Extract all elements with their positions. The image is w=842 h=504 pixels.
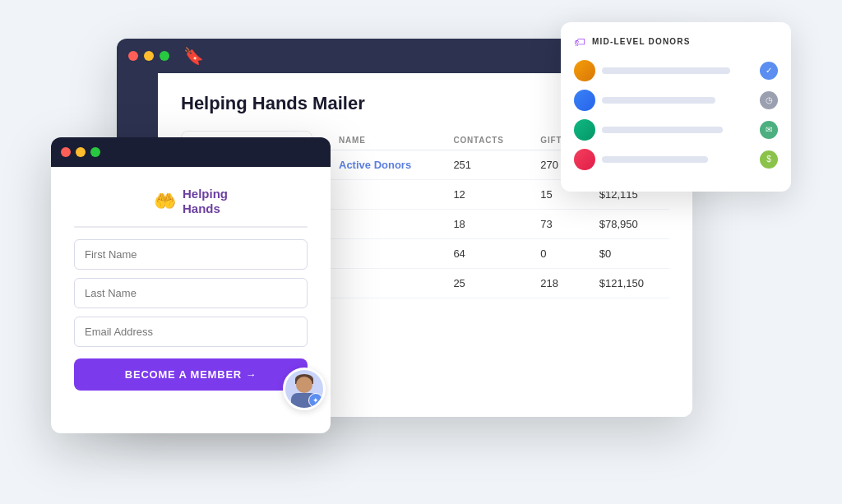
donor-line-wrap: [602, 156, 753, 163]
row-name[interactable]: Active Donors: [329, 150, 443, 179]
avatar-head: [296, 377, 312, 393]
floating-card: 🏷 MID-LEVEL DONORS ✓ ◷ ✉: [561, 22, 791, 192]
donor-line: [602, 127, 723, 133]
row-contacts: 18: [443, 209, 530, 238]
row-name: [329, 179, 443, 209]
donor-badge: $: [760, 150, 778, 169]
app-logo-icon: 🔖: [183, 46, 204, 66]
donor-line: [602, 156, 708, 163]
logo-line2: Hands: [183, 201, 228, 216]
tag-icon: 🏷: [574, 35, 585, 49]
avatar: ✦: [283, 368, 326, 410]
row-contacts: 64: [443, 238, 530, 268]
donor-badge: ✓: [760, 62, 778, 80]
table-row: 18 73 $78,950: [329, 209, 669, 238]
logo-line1: Helping: [183, 187, 228, 201]
donor-badge: ✉: [760, 121, 778, 139]
form-logo: 🤲 Helping Hands: [154, 187, 228, 216]
form-divider: [74, 226, 308, 228]
donor-avatar: [574, 60, 595, 81]
card-header: 🏷 MID-LEVEL DONORS: [574, 35, 778, 49]
donor-avatar: [574, 119, 595, 141]
donor-row: ✓: [574, 60, 778, 81]
donor-line-wrap: [602, 97, 753, 104]
row-giving: $0: [590, 238, 669, 268]
row-name: [329, 209, 443, 238]
donor-line-wrap: [602, 127, 753, 133]
row-giving: $121,150: [590, 268, 669, 298]
row-contacts: 25: [443, 268, 530, 298]
donor-badge: ◷: [760, 91, 778, 109]
tl-green[interactable]: [160, 51, 169, 61]
email-field[interactable]: [74, 317, 308, 347]
row-name: [329, 268, 443, 298]
table-row: 25 218 $121,150: [329, 268, 669, 298]
donor-line-wrap: [602, 67, 753, 74]
row-gifts: 218: [530, 268, 589, 298]
tl-yellow-front[interactable]: [76, 147, 86, 157]
last-name-field[interactable]: [74, 278, 308, 308]
first-name-field[interactable]: [74, 239, 308, 270]
col-name: NAME: [329, 131, 443, 150]
tl-red-front[interactable]: [61, 147, 71, 157]
row-name: [329, 238, 443, 268]
row-contacts: 251: [443, 150, 530, 179]
tl-green-front[interactable]: [90, 147, 100, 157]
donor-line: [602, 67, 730, 74]
table-row: 64 0 $0: [329, 238, 669, 268]
row-giving: $78,950: [590, 209, 669, 238]
card-title: MID-LEVEL DONORS: [592, 37, 691, 46]
donor-row: ✉: [574, 119, 778, 141]
front-titlebar: [51, 137, 331, 167]
col-contacts: CONTACTS: [443, 131, 530, 150]
donor-avatar: [574, 90, 595, 111]
tl-yellow[interactable]: [144, 51, 154, 61]
form-logo-text: Helping Hands: [183, 187, 228, 216]
donor-avatar: [574, 149, 595, 170]
helping-hands-icon: 🤲: [154, 191, 176, 212]
tl-red[interactable]: [128, 51, 138, 61]
row-gifts: 73: [530, 209, 589, 238]
donor-line: [602, 97, 715, 104]
button-label: BECOME A MEMBER →: [125, 368, 257, 381]
donor-row: $: [574, 149, 778, 170]
donor-row: ◷: [574, 90, 778, 111]
row-contacts: 12: [443, 179, 530, 209]
row-gifts: 0: [530, 238, 589, 268]
become-member-button[interactable]: BECOME A MEMBER →: [74, 358, 308, 391]
shield-icon: ✦: [308, 393, 323, 408]
